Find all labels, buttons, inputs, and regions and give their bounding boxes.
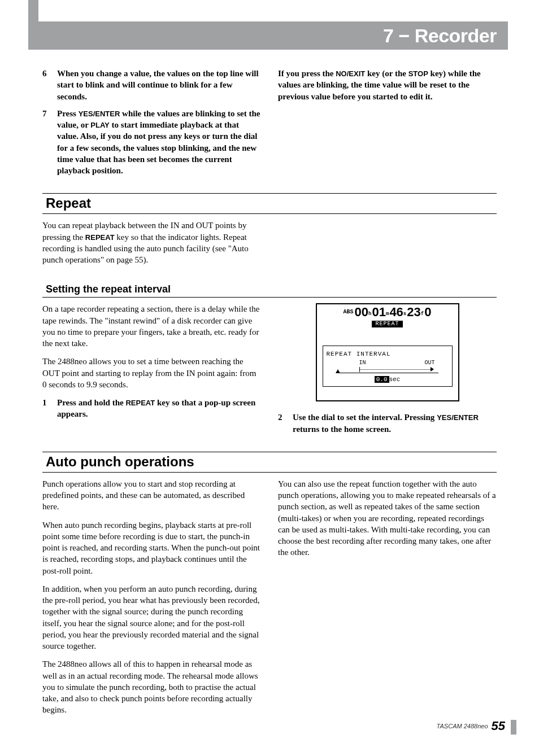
autopunch-left-4: The 2488neo allows all of this to happen… xyxy=(42,658,261,715)
lcd-out-label: OUT xyxy=(424,360,434,366)
lcd-interval-value: 0.0sec xyxy=(327,376,449,383)
footer-model: TASCAM 2488neo xyxy=(437,723,488,729)
footer-accent xyxy=(511,720,516,735)
chapter-title-bar: 7 − Recorder xyxy=(28,21,508,50)
step-6: 6 When you change a value, the values on… xyxy=(42,68,261,102)
interval-step-1: 1 Press and hold the REPEAT key so that … xyxy=(42,397,261,420)
repeat-body: You can repeat playback between the IN a… xyxy=(42,220,261,265)
header-accent xyxy=(28,0,38,21)
interval-p1: On a tape recorder repeating a section, … xyxy=(42,303,261,349)
lcd-time-readout: ABS 00h 01m 46s 23f 0 xyxy=(320,306,455,318)
lcd-timeline-graphic xyxy=(337,366,438,374)
interval-p2: The 2488neo allows you to set a time bet… xyxy=(42,356,261,390)
heading-repeat: Repeat xyxy=(42,193,497,214)
interval-step-2: 2 Use the dial to set the interval. Pres… xyxy=(278,412,497,435)
footer-page-number: 55 xyxy=(492,719,505,733)
lcd-in-label: IN xyxy=(359,360,366,366)
heading-repeat-interval: Setting the repeat interval xyxy=(42,282,497,298)
lcd-screenshot: ABS 00h 01m 46s 23f 0 REPEAT REPEAT IN xyxy=(278,303,497,401)
lcd-repeat-badge: REPEAT xyxy=(372,321,402,327)
autopunch-left-1: Punch operations allow you to start and … xyxy=(42,478,261,513)
lcd-interval-panel: REPEAT INTERVAL IN OUT xyxy=(323,346,453,387)
autopunch-left-2: When auto punch recording begins, playba… xyxy=(42,519,261,576)
autopunch-left-3: In addition, when you perform an auto pu… xyxy=(42,583,261,652)
step-7: 7 Press YES/ENTER while the values are b… xyxy=(42,108,261,177)
page-footer: TASCAM 2488neo 55 xyxy=(437,719,505,733)
intro-right-note: If you press the NO/EXIT key (or the STO… xyxy=(278,68,497,102)
heading-auto-punch: Auto punch operations xyxy=(42,452,497,473)
chapter-title: 7 − Recorder xyxy=(383,25,497,47)
intro-columns: 6 When you change a value, the values on… xyxy=(42,68,497,182)
autopunch-right-1: You can also use the repeat function tog… xyxy=(278,478,497,558)
